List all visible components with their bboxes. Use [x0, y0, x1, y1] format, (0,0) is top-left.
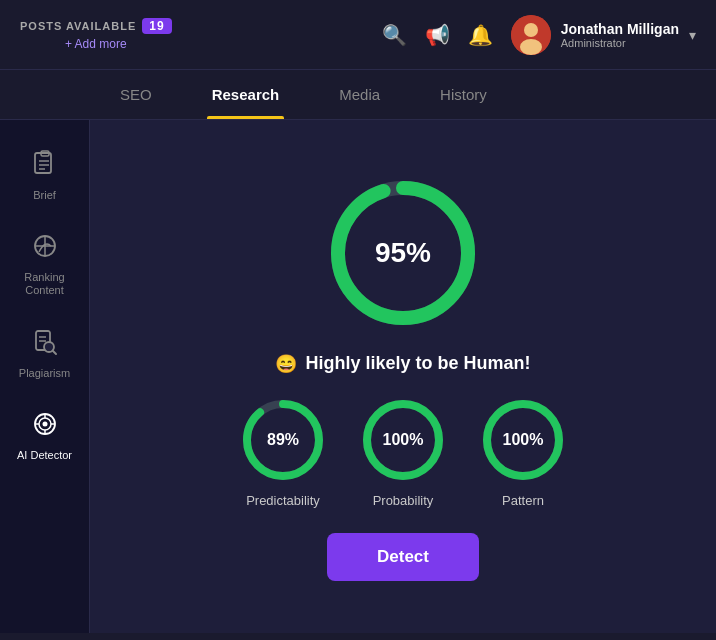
- svg-point-2: [520, 39, 542, 55]
- sidebar-item-plagiarism[interactable]: Plagiarism: [7, 318, 82, 390]
- tab-history[interactable]: History: [410, 70, 517, 119]
- bell-icon[interactable]: 🔔: [468, 23, 493, 47]
- result-label: 😄 Highly likely to be Human!: [275, 353, 530, 375]
- brief-icon: [31, 150, 59, 184]
- ai-detector-icon: [31, 410, 59, 444]
- sidebar: Brief Ranking Content: [0, 120, 90, 633]
- tabs-bar: SEO Research Media History: [0, 70, 716, 120]
- plagiarism-label: Plagiarism: [19, 367, 70, 380]
- predictability-value: 89%: [267, 431, 299, 449]
- metric-pattern: 100% Pattern: [478, 395, 568, 508]
- main-layout: Brief Ranking Content: [0, 120, 716, 633]
- posts-count-badge: 19: [142, 18, 171, 34]
- svg-line-13: [53, 351, 56, 354]
- metric-probability: 100% Probability: [358, 395, 448, 508]
- result-text: Highly likely to be Human!: [305, 353, 530, 374]
- predictability-label: Predictability: [246, 493, 320, 508]
- pattern-value: 100%: [503, 431, 544, 449]
- probability-value: 100%: [383, 431, 424, 449]
- header: POSTS AVAILABLE 19 + Add more 🔍 📢 🔔 Jona…: [0, 0, 716, 70]
- ai-detector-content: 95% 😄 Highly likely to be Human! 89% Pre…: [90, 120, 716, 633]
- pattern-label: Pattern: [502, 493, 544, 508]
- tab-media[interactable]: Media: [309, 70, 410, 119]
- user-details: Jonathan Milligan Administrator: [561, 21, 679, 49]
- predictability-donut: 89%: [238, 395, 328, 485]
- announcement-icon[interactable]: 📢: [425, 23, 450, 47]
- main-score-text: 95%: [375, 237, 431, 269]
- main-score-donut: 95%: [323, 173, 483, 333]
- posts-available-section: POSTS AVAILABLE 19 + Add more: [20, 18, 172, 51]
- probability-label: Probability: [373, 493, 434, 508]
- plagiarism-icon: [31, 328, 59, 362]
- probability-donut: 100%: [358, 395, 448, 485]
- sidebar-item-brief[interactable]: Brief: [7, 140, 82, 212]
- chevron-down-icon: ▾: [689, 27, 696, 43]
- detect-button[interactable]: Detect: [327, 533, 479, 581]
- pattern-donut: 100%: [478, 395, 568, 485]
- tab-research[interactable]: Research: [182, 70, 310, 119]
- ranking-content-label: Ranking Content: [15, 271, 74, 297]
- avatar: [511, 15, 551, 55]
- metric-predictability: 89% Predictability: [238, 395, 328, 508]
- user-role: Administrator: [561, 37, 679, 49]
- header-icons: 🔍 📢 🔔 Jonathan Milligan Administrator ▾: [382, 15, 696, 55]
- svg-point-18: [42, 421, 47, 426]
- posts-label: POSTS AVAILABLE 19: [20, 18, 172, 34]
- sidebar-item-ai-detector[interactable]: AI Detector: [7, 400, 82, 472]
- svg-point-1: [524, 23, 538, 37]
- result-emoji: 😄: [275, 353, 297, 375]
- user-info[interactable]: Jonathan Milligan Administrator ▾: [511, 15, 696, 55]
- ranking-content-icon: [31, 232, 59, 266]
- posts-available-text: POSTS AVAILABLE: [20, 20, 136, 32]
- metrics-row: 89% Predictability 100% Probability: [238, 395, 568, 508]
- add-more-link[interactable]: + Add more: [65, 37, 127, 51]
- tab-seo[interactable]: SEO: [90, 70, 182, 119]
- brief-label: Brief: [33, 189, 56, 202]
- search-icon[interactable]: 🔍: [382, 23, 407, 47]
- ai-detector-label: AI Detector: [17, 449, 72, 462]
- user-name: Jonathan Milligan: [561, 21, 679, 37]
- sidebar-item-ranking-content[interactable]: Ranking Content: [7, 222, 82, 307]
